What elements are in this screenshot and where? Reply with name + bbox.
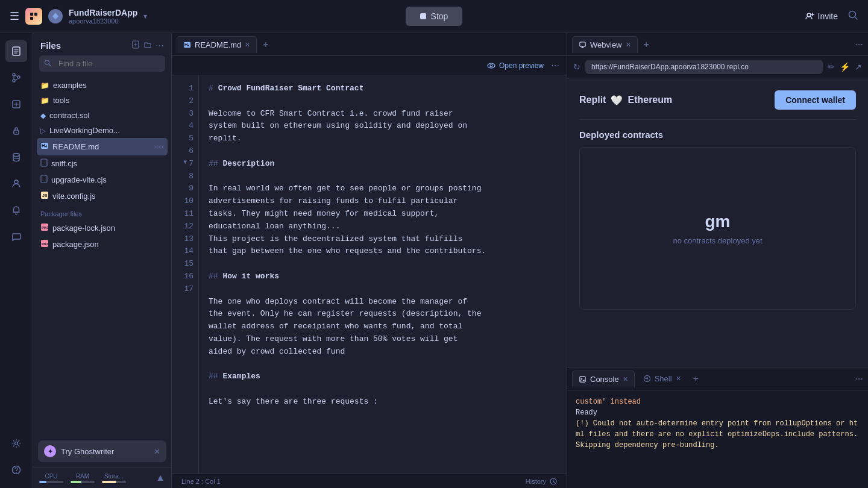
terminal-more-icon[interactable]: ⋯ (855, 374, 863, 384)
ethereum-label: Ethereum (627, 95, 672, 105)
play-icon: ▷ (40, 127, 46, 135)
console-icon (579, 375, 587, 383)
list-item[interactable]: PKG package-lock.json (37, 220, 168, 236)
svg-rect-0 (30, 13, 33, 16)
new-folder-icon[interactable] (143, 40, 152, 51)
tab-close-icon[interactable]: ✕ (245, 41, 250, 49)
editor-more-options-icon[interactable]: ⋯ (551, 61, 559, 70)
project-info: FundRaiserDApp apoorva1823000 (69, 8, 137, 25)
pkg-file-icon: PKG (40, 239, 49, 249)
terminal-tab-add-icon[interactable]: + (690, 374, 702, 384)
file-name: contract.sol (49, 111, 89, 120)
list-item[interactable]: README.md ⋯ (37, 138, 168, 155)
external-link-icon[interactable]: ↗ (855, 62, 862, 72)
line-num-14: 14 (177, 245, 193, 258)
dropdown-icon[interactable]: ▾ (143, 12, 147, 20)
ghostwriter-bar[interactable]: ✦ Try Ghostwriter ✕ (38, 440, 166, 462)
hamburger-icon[interactable]: ☰ (10, 10, 19, 23)
folder-icon: 📁 (40, 81, 49, 90)
gm-text: gm (705, 212, 731, 231)
chevron-up-icon[interactable]: ▲ (156, 472, 165, 483)
edit-icon[interactable]: ✏ (828, 62, 835, 72)
sidebar-item-users[interactable] (5, 173, 27, 195)
list-item[interactable]: 📁 examples (37, 78, 168, 93)
svg-point-4 (849, 11, 856, 18)
file-name: README.md (52, 142, 99, 151)
file-search-input[interactable] (39, 55, 165, 72)
monitor-icon (579, 41, 587, 49)
tab-readme[interactable]: README.md ✕ (177, 36, 257, 53)
webview-panel: Webview ✕ + ⋯ ↻ ✏ ⚡ ↗ Replit (567, 33, 868, 368)
readme-tab-icon (183, 41, 191, 49)
svg-point-18 (45, 60, 49, 64)
webview-tab-add-icon[interactable]: + (640, 39, 653, 50)
line-num-2: 2 (177, 95, 193, 108)
svg-point-16 (16, 472, 17, 473)
terminal-panel: Console ✕ Shell ✕ + ⋯ custom' instead Re… (567, 368, 868, 488)
file-sidebar-header: Files ⋯ (33, 33, 171, 55)
webview-tabs: Webview ✕ + ⋯ (567, 33, 868, 56)
search-icon[interactable] (848, 10, 858, 23)
sidebar-item-database[interactable] (5, 146, 27, 168)
tab-shell[interactable]: Shell ✕ (637, 371, 687, 387)
editor-statusbar: Line 2 : Col 1 History (172, 474, 567, 488)
cpu-status: CPU (39, 473, 63, 483)
history-icon[interactable] (550, 478, 557, 485)
file-header-actions: ⋯ (131, 40, 164, 51)
invite-button[interactable]: Invite (805, 11, 838, 21)
console-tab-close-icon[interactable]: ✕ (623, 375, 628, 383)
file-search (39, 55, 165, 72)
sidebar-item-files[interactable] (5, 40, 27, 62)
term-line: custom' instead (576, 396, 860, 407)
list-item[interactable]: 📁 tools (37, 93, 168, 108)
sidebar-item-notifications[interactable] (5, 199, 27, 221)
tab-add-icon[interactable]: + (259, 39, 272, 50)
tab-console[interactable]: Console ✕ (572, 371, 635, 387)
stop-button[interactable]: Stop (406, 7, 463, 26)
editor-area: README.md ✕ + Open preview ⋯ 1 2 3 4 (172, 33, 567, 488)
code-editor[interactable]: # Crowd FundRaiser Smart Contract Welcom… (199, 75, 567, 474)
new-file-icon[interactable] (131, 40, 140, 51)
term-line: (!) Could not auto-determine entry point… (576, 418, 860, 451)
svg-text:PKG: PKG (42, 226, 49, 230)
shell-tab-label: Shell (655, 374, 672, 383)
webview-panel-more-icon[interactable]: ⋯ (855, 40, 863, 49)
cpu-bar (39, 481, 63, 483)
shell-tab-close-icon[interactable]: ✕ (676, 375, 681, 383)
svg-rect-20 (41, 159, 47, 166)
connect-wallet-button[interactable]: Connect wallet (775, 90, 856, 110)
list-item[interactable]: upgrade-vite.cjs (37, 172, 168, 188)
sidebar-item-chat[interactable] (5, 226, 27, 248)
webview-tab-close-icon[interactable]: ✕ (626, 41, 631, 49)
svg-text:JS: JS (42, 193, 48, 198)
sidebar-item-secrets[interactable] (5, 120, 27, 142)
line-num-12: 12 (177, 221, 193, 233)
replit-eth-label: Replit 🤍 Ethereum (579, 95, 672, 106)
list-item[interactable]: ◆ contract.sol (37, 108, 168, 123)
file-options-icon[interactable]: ⋯ (154, 141, 164, 152)
refresh-icon[interactable]: ↻ (573, 62, 580, 72)
sidebar-item-packages[interactable] (5, 93, 27, 115)
list-item[interactable]: sniff.cjs (37, 155, 168, 172)
fold-arrow-icon[interactable]: ▼ (183, 158, 187, 167)
list-item[interactable]: ▷ LiveWorkingDemo... (37, 123, 168, 138)
list-item[interactable]: PKG package.json (37, 236, 168, 252)
line-num-10: 10 (177, 195, 193, 208)
file-icon (40, 175, 48, 185)
sidebar-item-help[interactable] (5, 459, 27, 481)
cpu-label: CPU (45, 473, 57, 480)
terminal-output[interactable]: custom' instead Ready (!) Could not auto… (567, 390, 868, 488)
open-preview-button[interactable]: Open preview (487, 61, 544, 70)
tab-webview[interactable]: Webview ✕ (572, 36, 638, 53)
link-icon[interactable]: ⚡ (840, 62, 850, 72)
topnav-left: ☰ FundRaiserDApp apoorva1823000 ▾ (10, 8, 398, 25)
icon-sidebar (0, 33, 33, 488)
list-item[interactable]: JS vite.config.js (37, 188, 168, 204)
url-input[interactable] (585, 60, 823, 74)
sidebar-item-settings[interactable] (5, 433, 27, 454)
sidebar-item-git[interactable] (5, 67, 27, 89)
webview-action-icons: ✏ ⚡ ↗ (828, 62, 862, 72)
more-options-icon[interactable]: ⋯ (156, 41, 164, 51)
ghostwriter-close-icon[interactable]: ✕ (154, 447, 160, 456)
file-search-icon (44, 59, 51, 68)
